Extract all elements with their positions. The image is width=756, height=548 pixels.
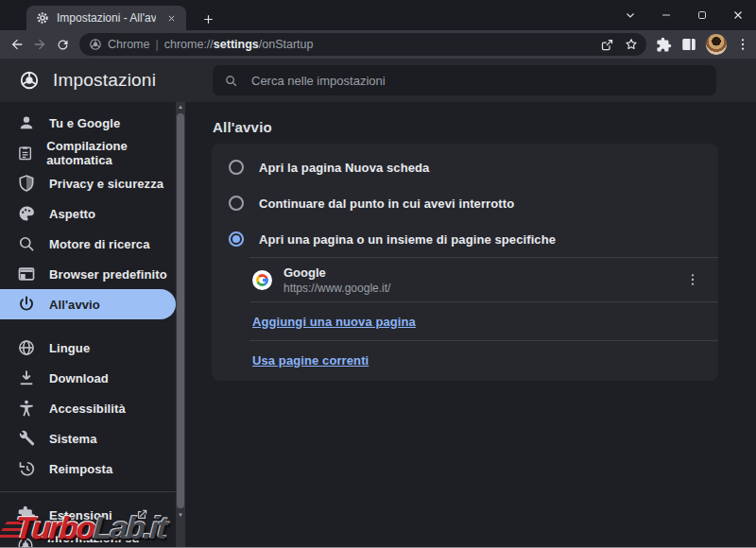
toolbar-right-actions bbox=[656, 34, 750, 55]
sidebar-item-label: Reimposta bbox=[49, 462, 112, 476]
address-bar[interactable]: Chrome | chrome://settings/onStartup bbox=[79, 33, 646, 56]
scrollbar-up-arrow-icon[interactable]: ▲ bbox=[178, 102, 183, 111]
add-new-page-link[interactable]: Aggiungi una nuova pagina bbox=[252, 315, 416, 329]
chrome-logo-icon bbox=[89, 38, 102, 51]
address-bar-text: Chrome | chrome://settings/onStartup bbox=[108, 38, 594, 51]
sidebar-item-label: Aspetto bbox=[49, 207, 95, 221]
sidebar-item-label: Lingue bbox=[49, 341, 90, 355]
startup-page-row: Google https://www.google.it/ bbox=[212, 258, 718, 301]
bookmark-star-icon[interactable] bbox=[624, 37, 639, 52]
url-separator: | bbox=[155, 38, 158, 51]
option-label: Continuare dal punto in cui avevi interr… bbox=[259, 197, 514, 211]
sidebar-item-download[interactable]: Download bbox=[0, 363, 176, 393]
browser-tab[interactable]: Impostazioni - All'avvio bbox=[26, 6, 186, 30]
option-open-new-tab[interactable]: Apri la pagina Nuova scheda bbox=[212, 149, 718, 185]
close-window-button[interactable] bbox=[720, 0, 756, 30]
sidebar-item-label: Browser predefinito bbox=[49, 267, 167, 282]
settings-chrome-logo-icon bbox=[19, 70, 40, 91]
settings-search-field[interactable]: Cerca nelle impostazioni bbox=[213, 65, 716, 95]
sidebar-item-tu-e-google[interactable]: Tu e Google bbox=[0, 108, 176, 138]
new-tab-button[interactable] bbox=[197, 8, 219, 30]
sidebar-item-allavvio[interactable]: All'avvio bbox=[0, 289, 176, 319]
extensions-puzzle-icon[interactable] bbox=[656, 37, 672, 53]
tab-favicon-gear-icon bbox=[36, 11, 49, 25]
watermark-text: TurboLab.it bbox=[14, 510, 167, 546]
option-label: Apri una pagina o un insieme di pagine s… bbox=[259, 232, 556, 247]
current-url: chrome://settings/onStartup bbox=[164, 38, 314, 51]
sidebar-item-motore-di-ricerca[interactable]: Motore di ricerca bbox=[0, 229, 176, 259]
sidebar-item-lingue[interactable]: Lingue bbox=[0, 333, 176, 363]
share-icon[interactable] bbox=[600, 38, 614, 52]
sidebar-item-label: All'avvio bbox=[49, 298, 100, 312]
reload-button[interactable] bbox=[51, 31, 74, 58]
maximize-button[interactable] bbox=[684, 0, 720, 30]
sidebar-item-reimposta[interactable]: Reimposta bbox=[0, 454, 176, 484]
minimize-button[interactable] bbox=[648, 0, 684, 30]
sidebar-item-label: Download bbox=[49, 371, 109, 385]
settings-title: Impostazioni bbox=[53, 70, 156, 91]
sidebar-item-label: Motore di ricerca bbox=[49, 237, 149, 251]
sidebar-item-label: Accessibilità bbox=[49, 402, 126, 416]
sidebar-item-label: Compilazione automatica bbox=[46, 139, 176, 167]
sidebar-item-label: Privacy e sicurezza bbox=[49, 177, 163, 191]
onstartup-card: Apri la pagina Nuova scheda Continuare d… bbox=[212, 144, 718, 381]
use-current-pages-link[interactable]: Usa pagine correnti bbox=[252, 353, 369, 368]
back-button[interactable] bbox=[6, 31, 28, 58]
sidebar-divider bbox=[0, 491, 176, 492]
site-name: Google bbox=[284, 265, 669, 280]
settings-sidebar: Tu e Google Compilazione automatica Priv… bbox=[0, 102, 176, 548]
profile-avatar[interactable] bbox=[706, 34, 727, 55]
scrollbar-thumb[interactable] bbox=[177, 113, 184, 508]
sidebar-item-accessibilita[interactable]: Accessibilità bbox=[0, 393, 176, 423]
tab-close-icon[interactable] bbox=[163, 10, 179, 26]
use-current-row: Usa pagine correnti bbox=[212, 341, 718, 379]
tab-title: Impostazioni - All'avvio bbox=[57, 11, 156, 25]
site-url: https://www.google.it/ bbox=[284, 282, 669, 295]
menu-kebab-icon[interactable] bbox=[735, 37, 750, 52]
side-panel-icon[interactable] bbox=[680, 36, 697, 53]
option-label: Apri la pagina Nuova scheda bbox=[259, 161, 429, 175]
search-placeholder: Cerca nelle impostazioni bbox=[251, 74, 386, 88]
option-open-specific-pages[interactable]: Apri una pagina o un insieme di pagine s… bbox=[212, 221, 718, 257]
sidebar-item-privacy-e-sicurezza[interactable]: Privacy e sicurezza bbox=[0, 168, 176, 198]
page-title: All'avvio bbox=[213, 119, 756, 135]
page-options-kebab-icon[interactable] bbox=[680, 267, 705, 292]
add-page-row: Aggiungi una nuova pagina bbox=[212, 302, 718, 340]
sidebar-item-sistema[interactable]: Sistema bbox=[0, 423, 176, 454]
browser-toolbar: Chrome | chrome://settings/onStartup bbox=[0, 30, 756, 59]
turbolab-watermark: TurboLab.it bbox=[2, 508, 210, 546]
google-favicon-icon bbox=[252, 270, 272, 290]
sidebar-item-label: Sistema bbox=[49, 432, 97, 446]
sidebar-scrollbar[interactable]: ▲ ▼ bbox=[176, 102, 185, 548]
search-icon bbox=[224, 74, 238, 88]
radio-unselected-icon[interactable] bbox=[229, 160, 244, 175]
radio-selected-icon[interactable] bbox=[229, 231, 244, 247]
option-continue-where-left-off[interactable]: Continuare dal punto in cui avevi interr… bbox=[212, 185, 718, 221]
sidebar-section-gap bbox=[0, 319, 176, 333]
window-titlebar: Impostazioni - All'avvio bbox=[0, 0, 756, 30]
forward-button[interactable] bbox=[28, 31, 51, 58]
radio-unselected-icon[interactable] bbox=[229, 196, 244, 211]
sidebar-item-label: Tu e Google bbox=[49, 116, 120, 130]
settings-header: Impostazioni Cerca nelle impostazioni bbox=[0, 59, 756, 102]
sidebar-item-aspetto[interactable]: Aspetto bbox=[0, 198, 176, 229]
sidebar-item-compilazione-automatica[interactable]: Compilazione automatica bbox=[0, 138, 176, 168]
window-controls bbox=[612, 0, 756, 30]
settings-page-body: Tu e Google Compilazione automatica Priv… bbox=[0, 102, 756, 548]
tab-search-chevron-icon[interactable] bbox=[612, 0, 648, 30]
settings-content: All'avvio Apri la pagina Nuova scheda Co… bbox=[185, 102, 756, 548]
sidebar-item-browser-predefinito[interactable]: Browser predefinito bbox=[0, 259, 176, 289]
browser-label: Chrome bbox=[108, 38, 149, 51]
